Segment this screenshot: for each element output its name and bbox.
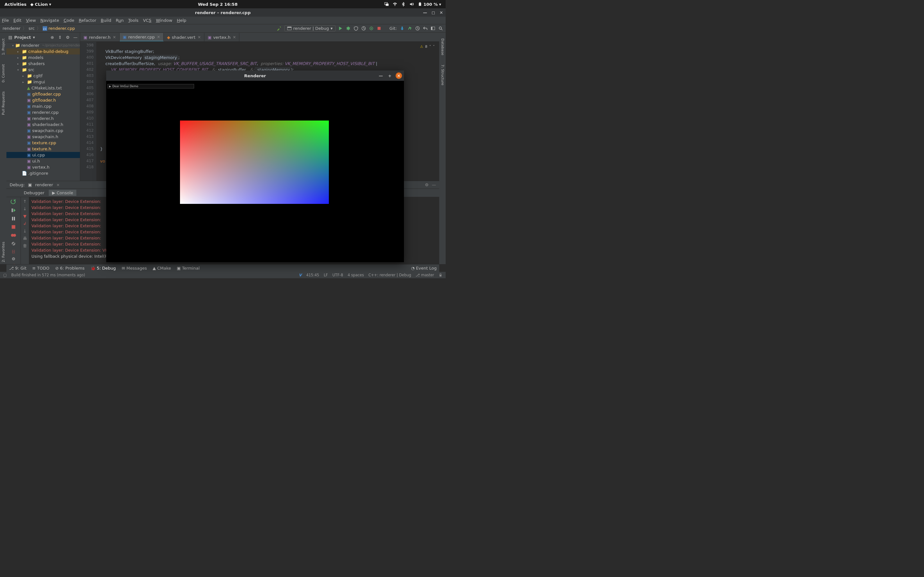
chevron-up-icon[interactable]: ˄ xyxy=(429,44,431,50)
tool-todo[interactable]: ≡ TODO xyxy=(32,266,49,271)
vcs-rollback-icon[interactable] xyxy=(423,26,428,31)
tool-debug[interactable]: 🐞 5: Debug xyxy=(90,266,116,271)
tree-folder[interactable]: ▾📁src xyxy=(6,67,80,73)
tree-file[interactable]: ▣shaderloader.h xyxy=(6,121,80,127)
menu-edit[interactable]: Edit xyxy=(13,18,21,23)
stop-icon[interactable] xyxy=(11,224,16,230)
expand-all-icon[interactable]: ⇕ xyxy=(57,35,63,40)
renderer-output-window[interactable]: Renderer — + ✕ ▶ Dear ImGui Demo xyxy=(106,71,404,262)
stripe-structure[interactable]: 7: Structure xyxy=(441,63,445,87)
editor-tab[interactable]: ▣renderer.h× xyxy=(80,33,120,41)
soft-wrap-icon[interactable]: ↲ xyxy=(23,221,27,226)
menu-view[interactable]: View xyxy=(26,18,36,23)
locate-icon[interactable]: ⊕ xyxy=(50,35,55,40)
tool-event-log[interactable]: ◔ Event Log xyxy=(411,266,437,271)
tree-file[interactable]: ▣texture.h xyxy=(6,146,80,152)
close-tab-icon[interactable]: × xyxy=(56,182,60,187)
minimize-button[interactable]: — xyxy=(378,73,384,79)
tree-file[interactable]: ▣main.cpp xyxy=(6,103,80,109)
close-tab-icon[interactable]: × xyxy=(157,35,160,39)
stop-button[interactable] xyxy=(376,26,382,31)
down-stack-icon[interactable]: ↓ xyxy=(23,206,27,211)
tree-folder[interactable]: ▸📁imgui xyxy=(6,79,80,85)
menu-window[interactable]: Window xyxy=(156,18,172,23)
caret-position[interactable]: 415:45 xyxy=(306,273,319,277)
close-tab-icon[interactable]: × xyxy=(113,35,116,39)
menu-tools[interactable]: Tools xyxy=(128,18,139,23)
search-everywhere-icon[interactable] xyxy=(438,26,443,31)
inspections-widget[interactable]: ⚠8 ˄ ˅ xyxy=(420,44,435,50)
git-branch[interactable]: ⎇ master xyxy=(416,273,434,277)
mute-breakpoints-icon[interactable] xyxy=(11,241,16,247)
tree-folder[interactable]: ▸📁shaders xyxy=(6,61,80,67)
coverage-button[interactable] xyxy=(354,26,359,31)
build-hammer-icon[interactable] xyxy=(276,26,282,31)
tool-window-quick-access-icon[interactable]: ▢ xyxy=(3,273,7,277)
attach-button[interactable] xyxy=(369,26,374,31)
maximize-button[interactable]: ◻ xyxy=(431,10,435,15)
menu-help[interactable]: Help xyxy=(177,18,186,23)
stripe-pull-requests[interactable]: Pull Requests xyxy=(1,89,5,117)
menu-code[interactable]: Code xyxy=(63,18,74,23)
tree-file[interactable]: 📄.gitignore xyxy=(6,170,80,176)
renderer-viewport[interactable]: ▶ Dear ImGui Demo xyxy=(106,81,404,262)
layout-settings-icon[interactable]: ⚙ xyxy=(11,256,16,261)
close-tab-icon[interactable]: × xyxy=(198,35,201,39)
tree-file[interactable]: ▣renderer.h xyxy=(6,115,80,121)
wifi-icon[interactable] xyxy=(391,2,399,6)
tree-file[interactable]: ▣gltfloader.h xyxy=(6,97,80,103)
view-breakpoints-icon[interactable] xyxy=(11,232,16,238)
hide-icon[interactable]: — xyxy=(73,35,78,40)
resume-icon[interactable] xyxy=(11,207,16,213)
project-tree[interactable]: ▾📁renderer~/projects/cpp/rendere ▸📁cmake… xyxy=(6,42,80,181)
debug-button[interactable] xyxy=(346,26,351,31)
breadcrumb-root[interactable]: renderer xyxy=(3,26,21,31)
tree-folder[interactable]: ▸📁cgltf xyxy=(6,73,80,79)
gear-icon[interactable]: ⚙ xyxy=(65,35,70,40)
breadcrumb-folder[interactable]: src xyxy=(29,26,35,31)
filter-icon[interactable]: ▼ xyxy=(23,214,27,219)
tool-terminal[interactable]: ▣ Terminal xyxy=(177,266,200,271)
run-button[interactable] xyxy=(338,26,343,31)
menu-navigate[interactable]: Navigate xyxy=(40,18,59,23)
stripe-database[interactable]: Database xyxy=(441,37,445,57)
editor-tab[interactable]: ▣renderer.cpp× xyxy=(120,33,164,41)
breadcrumb-file[interactable]: c++ renderer.cpp xyxy=(43,26,75,31)
tree-folder[interactable]: ▸📁models xyxy=(6,55,80,61)
lock-icon[interactable] xyxy=(439,273,443,277)
tray-screen-icon[interactable] xyxy=(383,2,391,6)
gear-icon[interactable]: ⚙ xyxy=(425,182,429,187)
chevron-down-icon[interactable]: ▾ xyxy=(33,35,35,40)
rerun-icon[interactable] xyxy=(11,199,16,205)
pause-icon[interactable] xyxy=(11,216,16,221)
vcs-update-icon[interactable] xyxy=(399,26,405,31)
tool-git[interactable]: ⎇ 9: Git xyxy=(9,266,27,271)
collapse-triangle-icon[interactable]: ▶ xyxy=(109,85,111,88)
tool-problems[interactable]: ⊘ 6: Problems xyxy=(55,266,85,271)
vcs-commit-icon[interactable] xyxy=(407,26,412,31)
indent-settings[interactable]: 4 spaces xyxy=(347,273,364,277)
print-icon[interactable]: 🖶 xyxy=(23,236,27,241)
gdb-icon[interactable]: ⌸ xyxy=(11,249,16,254)
activities-button[interactable]: Activities xyxy=(3,2,29,7)
tool-cmake[interactable]: ▲ CMake xyxy=(153,266,171,271)
vcs-history-icon[interactable] xyxy=(415,26,420,31)
tree-file[interactable]: ▣ui.cpp xyxy=(6,152,80,158)
line-gutter[interactable]: 3983994004014024034044054064074084094104… xyxy=(80,42,96,181)
menu-run[interactable]: Run xyxy=(116,18,124,23)
hide-icon[interactable]: — xyxy=(432,182,436,187)
run-config-selector[interactable]: renderer | Debug ▾ xyxy=(284,25,336,31)
editor-tab[interactable]: ◆shader.vert× xyxy=(164,33,204,41)
profile-button[interactable] xyxy=(361,26,367,31)
clear-all-icon[interactable]: 🗑 xyxy=(23,243,27,248)
minimize-button[interactable]: — xyxy=(423,10,427,15)
tree-file[interactable]: ▣gltfloader.cpp xyxy=(6,91,80,97)
menu-file[interactable]: File xyxy=(2,18,9,23)
tree-file[interactable]: ▣renderer.cpp xyxy=(6,109,80,115)
tab-debugger[interactable]: Debugger xyxy=(21,190,47,196)
stripe-commit[interactable]: 0: Commit xyxy=(1,62,5,84)
ide-layout-icon[interactable] xyxy=(430,26,435,31)
menu-build[interactable]: Build xyxy=(101,18,111,23)
up-stack-icon[interactable]: ↑ xyxy=(23,199,27,204)
project-view-title[interactable]: Project xyxy=(14,35,31,40)
